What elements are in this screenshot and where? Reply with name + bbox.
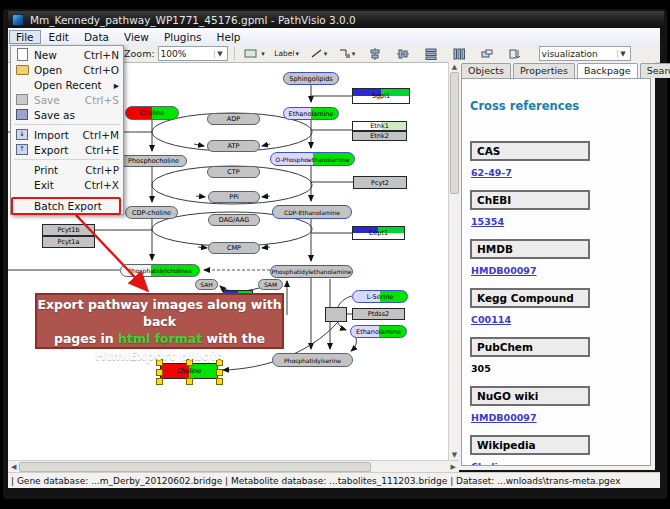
window-title: Mm_Kennedy_pathway_WP1771_45176.gpml - P… xyxy=(30,14,356,26)
node-sah[interactable]: SAH xyxy=(195,279,218,290)
align-center-y-icon[interactable] xyxy=(392,47,414,61)
xref-link-wikipedia[interactable]: Choline xyxy=(471,461,642,466)
menu-bar: File Edit Data View Plugins Help xyxy=(8,28,660,46)
node-phosphatidylethanolamine[interactable]: Phosphatidylethanolamine xyxy=(270,265,353,278)
xref-link-hmdb[interactable]: HMDB00097 xyxy=(471,265,642,276)
node-atp[interactable]: ATP xyxy=(207,140,260,152)
tab-properties[interactable]: Properties xyxy=(513,63,575,78)
xref-link-nugo[interactable]: HMDB00097 xyxy=(471,412,642,423)
selection-handle[interactable] xyxy=(216,378,223,385)
gene-box-cept1[interactable]: Cept1 xyxy=(352,226,405,240)
xref-link-cas[interactable]: 62-49-7 xyxy=(471,167,642,178)
cross-references-heading: Cross references xyxy=(470,99,642,113)
batch-export-highlight xyxy=(11,197,121,215)
gene-box-partial[interactable] xyxy=(325,307,347,322)
node-phosphatidylserine[interactable]: Phosphatidylserine xyxy=(272,353,353,367)
node-sphingolipids[interactable]: Sphingolipids xyxy=(283,72,339,85)
menu-separator xyxy=(14,159,120,160)
gene-box-pcyt1a[interactable]: Pcyt1a xyxy=(42,236,95,248)
open-folder-icon xyxy=(15,64,29,75)
callout-line-2: pages in html format with the xyxy=(37,331,282,348)
menu-item-open[interactable]: OpenCtrl+O xyxy=(11,62,123,77)
gene-box-ptdss2[interactable]: Ptdss2 xyxy=(352,308,405,320)
distribute-vertical-icon[interactable] xyxy=(420,47,442,61)
menu-data[interactable]: Data xyxy=(77,30,116,44)
xref-header-wikipedia: Wikipedia xyxy=(470,435,590,455)
menu-plugins[interactable]: Plugins xyxy=(157,30,209,44)
menu-view[interactable]: View xyxy=(117,30,156,44)
menu-edit[interactable]: Edit xyxy=(42,30,76,44)
visualization-value: visualization xyxy=(542,49,598,59)
zoom-label: Zoom: xyxy=(124,48,155,59)
label-button-text: Label xyxy=(274,49,294,58)
xref-link-chebi[interactable]: 15354 xyxy=(471,216,642,227)
menu-file[interactable]: File xyxy=(9,30,41,44)
gene-box-etnk1[interactable]: Etnk1 xyxy=(352,121,407,131)
menu-item-new[interactable]: NewCtrl+N xyxy=(11,47,123,62)
side-panel: Objects Properties Backpage Search Legen… xyxy=(459,62,655,470)
selection-handle[interactable] xyxy=(156,378,163,385)
gene-box-pcyt1b[interactable]: Pcyt1b xyxy=(42,224,95,236)
node-phosphocholine[interactable]: Phosphocholine xyxy=(120,155,187,167)
node-cmp[interactable]: CMP xyxy=(208,242,260,254)
new-connector-button[interactable]: ▾ xyxy=(336,47,358,61)
new-datanode-button[interactable]: ▾ xyxy=(244,47,266,61)
menu-item-print[interactable]: PrintCtrl+P xyxy=(11,162,123,177)
menu-item-open-recent[interactable]: Open Recent▸ xyxy=(11,77,123,92)
gene-box-sgpl1[interactable]: Sgpl1 xyxy=(352,88,410,104)
title-bar[interactable]: Mm_Kennedy_pathway_WP1771_45176.gpml - P… xyxy=(8,11,664,28)
common-size-icon[interactable] xyxy=(476,47,498,61)
side-panel-tabs: Objects Properties Backpage Search Legen… xyxy=(459,62,655,78)
visualization-combobox[interactable]: visualization▼ xyxy=(539,46,631,61)
chevron-down-icon[interactable]: ▼ xyxy=(214,50,224,58)
distribute-horizontal-icon[interactable] xyxy=(448,47,470,61)
menu-item-exit[interactable]: ExitCtrl+X xyxy=(11,177,123,192)
callout-line-3: HtmlExport plugin xyxy=(37,348,282,365)
node-choline[interactable]: Choline xyxy=(125,106,179,120)
tab-search[interactable]: Search xyxy=(640,63,670,78)
xref-header-chebi: ChEBI xyxy=(470,190,590,210)
selection-handle[interactable] xyxy=(156,369,163,376)
tab-backpage[interactable]: Backpage xyxy=(577,63,638,78)
xref-header-hmdb: HMDB xyxy=(470,239,590,259)
node-ctp[interactable]: CTP xyxy=(207,166,260,178)
menu-item-save: SaveCtrl+S xyxy=(11,92,123,107)
zoom-combobox[interactable]: 100%▼ xyxy=(158,46,228,61)
node-l-serine[interactable]: L-Serine xyxy=(352,290,408,303)
status-bar: | Gene database: ...m_Derby_20120602.bri… xyxy=(8,472,660,488)
xref-header-pubchem: PubChem xyxy=(470,337,590,357)
backpage-content[interactable]: Cross references CAS 62-49-7 ChEBI 15354… xyxy=(461,78,651,466)
selection-handle[interactable] xyxy=(186,378,193,385)
app-icon xyxy=(12,14,24,26)
chevron-down-icon[interactable]: ▼ xyxy=(617,50,627,58)
save-as-disk-icon xyxy=(15,109,29,120)
stacking-order-icon[interactable] xyxy=(504,47,526,61)
node-ethanolamine-2[interactable]: Ethanolamine xyxy=(350,325,407,338)
node-ethanolamine[interactable]: Ethanolamine xyxy=(283,107,339,120)
menu-item-import[interactable]: ↓ ImportCtrl+M xyxy=(11,127,123,142)
menu-help[interactable]: Help xyxy=(210,30,248,44)
node-cdp-choline[interactable]: CDP-choline xyxy=(125,206,178,219)
selection-handle[interactable] xyxy=(216,369,223,376)
tab-objects[interactable]: Objects xyxy=(461,63,511,78)
node-cdp-ethanolamine[interactable]: CDP-Ethanolamine xyxy=(272,205,352,219)
node-phosphatidylcholines[interactable]: Phosphatidylcholines xyxy=(120,264,200,277)
new-file-icon xyxy=(15,49,29,60)
xref-link-kegg[interactable]: C00114 xyxy=(471,314,642,325)
menu-item-save-as[interactable]: Save as xyxy=(11,107,123,122)
gene-box-etnk2[interactable]: Etnk2 xyxy=(352,131,407,141)
node-sam[interactable]: SAM xyxy=(258,279,283,290)
gene-box-pcyt2[interactable]: Pcyt2 xyxy=(353,176,407,189)
new-line-button[interactable]: ▾ xyxy=(308,47,330,61)
node-ppi[interactable]: PPi xyxy=(208,191,260,203)
toolbar-separator xyxy=(234,47,235,60)
zoom-value: 100% xyxy=(161,49,187,59)
node-dag[interactable]: DAG/AAG xyxy=(208,214,260,226)
new-label-button[interactable]: Label▾ xyxy=(272,47,302,61)
node-adp[interactable]: ADP xyxy=(207,113,260,125)
xref-header-nugo: NuGO wiki xyxy=(470,386,590,406)
menu-item-export[interactable]: ↑ ExportCtrl+E xyxy=(11,142,123,157)
align-center-x-icon[interactable] xyxy=(364,47,386,61)
menu-separator xyxy=(14,124,120,125)
node-o-phosphoethanolamine[interactable]: O-Phosphoethanolamine xyxy=(270,152,355,166)
